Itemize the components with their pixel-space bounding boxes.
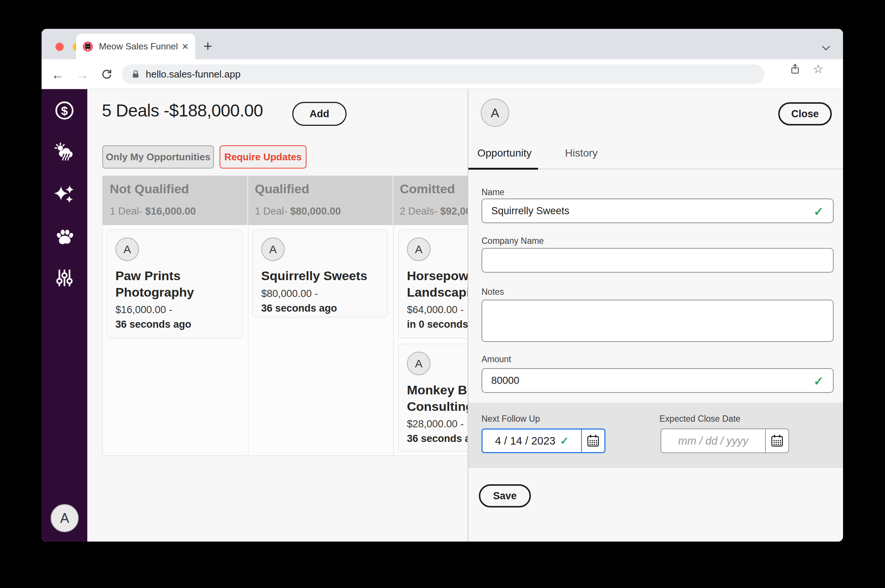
cat-favicon-icon [83,42,93,52]
deal-card[interactable]: A Paw Prints Photography $16,000.00 - 36… [107,230,243,338]
avatar: A [407,237,431,261]
column-name: Not Qualified [110,182,189,196]
next-follow-up-field[interactable]: 4 / 14 / 2023 ✓ [481,429,606,453]
tab-history[interactable]: History [565,147,598,159]
reload-icon[interactable] [101,69,113,82]
app-sidebar: $ [42,89,87,542]
calendar-picker-button[interactable] [765,429,788,452]
chevron-down-icon[interactable] [822,43,830,51]
add-deal-button[interactable]: Add [292,102,347,126]
company-name-field[interactable] [481,248,834,273]
column-total: $80,000.00 [290,206,341,217]
column-name: Qualified [255,182,309,196]
dates-section: Next Follow Up 4 / 14 / 2023 ✓ [468,403,843,468]
valid-check-icon: ✓ [813,374,823,388]
save-button[interactable]: Save [479,484,531,507]
url-bar[interactable]: hello.sales-funnel.app [122,64,764,84]
deal-updated: 36 seconds ago [116,319,234,330]
paw-icon[interactable] [54,226,75,247]
svg-text:$: $ [61,104,68,118]
column-summary: 1 Deal- $16,000.00 [110,206,196,217]
expected-close-date-placeholder: mm / dd / yyyy [678,435,748,447]
company-name-label: Company Name [481,236,544,246]
back-button[interactable]: ← [51,68,64,82]
deal-card[interactable]: A Squirrelly Sweets $80,000.00 - 36 seco… [252,230,388,317]
url-text: hello.sales-funnel.app [146,69,240,80]
deal-updated: 36 seconds ago [261,303,379,314]
name-field[interactable] [481,198,834,223]
active-tab-indicator [468,168,538,170]
forward-button[interactable]: → [76,68,89,82]
valid-check-icon: ✓ [813,204,823,219]
valid-check-icon: ✓ [560,435,568,447]
next-follow-up-label: Next Follow Up [481,414,540,424]
notes-field[interactable] [481,300,834,342]
sparkles-icon[interactable] [54,184,75,205]
notes-label: Notes [481,287,504,297]
browser-window: Meow Sales Funnel × + ← → hello.sales-fu… [42,29,843,542]
tab-close-icon[interactable]: × [182,41,188,52]
column-name: Comitted [400,182,455,196]
divider [394,225,394,455]
deals-dollar-icon[interactable]: $ [54,100,75,121]
amount-field[interactable] [481,368,834,393]
app-content: 5 Deals -$188,000.00 Add Only My Opportu… [42,89,843,542]
board-title: 5 Deals -$188,000.00 [102,100,263,121]
divider [248,225,248,455]
next-follow-up-value: 4 / 14 / 2023 [495,435,555,447]
new-tab-button[interactable]: + [203,38,212,55]
user-avatar[interactable]: A [51,504,79,532]
bookmark-star-icon[interactable]: ☆ [813,63,823,75]
deal-title: Squirrelly Sweets [261,268,379,284]
close-panel-button[interactable]: Close [778,102,832,126]
tab-opportunity[interactable]: Opportunity [477,147,532,159]
expected-close-date-label: Expected Close Date [660,414,740,424]
expected-close-date-field[interactable]: mm / dd / yyyy [661,429,789,453]
avatar: A [116,237,139,261]
amount-label: Amount [481,354,511,364]
close-window-button[interactable] [56,43,64,51]
column-count: 1 Deal- [255,206,287,217]
column-summary: 1 Deal- $80,000.00 [255,206,341,217]
filter-only-my-opportunities[interactable]: Only My Opportunities [102,146,214,168]
deal-title: Paw Prints Photography [116,268,234,300]
browser-toolbar: ← → hello.sales-funnel.app [42,59,843,89]
lock-icon [131,69,141,79]
name-label: Name [481,187,504,197]
column-count: 1 Deal- [110,206,143,217]
deal-amount: $16,000.00 - [116,304,234,316]
avatar: A [261,237,285,261]
column-total: $16,000.00 [146,206,196,217]
deal-amount: $80,000.00 - [261,288,379,300]
tab-meow-sales-funnel[interactable]: Meow Sales Funnel × [76,34,195,59]
sliders-icon[interactable] [54,267,75,288]
divider [247,176,248,225]
calendar-picker-button[interactable] [581,430,604,452]
divider [393,176,394,225]
share-icon[interactable] [789,63,801,75]
avatar: A [407,352,431,375]
weather-forecast-icon[interactable] [54,142,75,163]
tab-title: Meow Sales Funnel [99,41,182,52]
avatar: A [481,99,509,127]
column-count: 2 Deals- [400,206,438,217]
opportunity-panel: A Close Opportunity History Name ✓ Compa… [467,89,843,542]
filter-require-updates[interactable]: Require Updates [219,146,307,168]
tab-strip: Meow Sales Funnel × + [42,29,843,59]
